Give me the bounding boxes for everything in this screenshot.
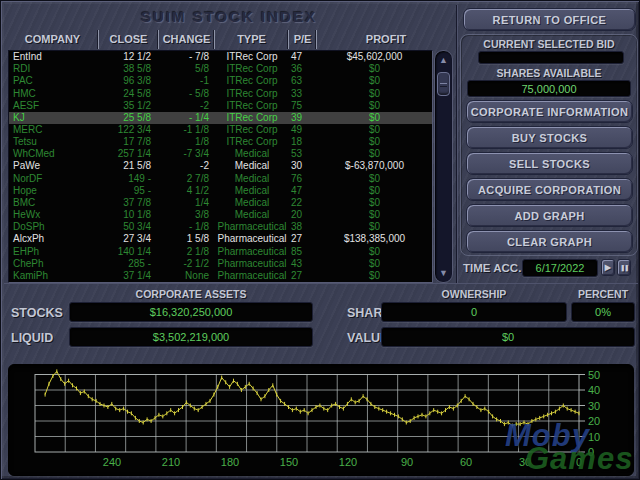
table-row[interactable]: RDI38 5/85/8ITRec Corp36$0: [9, 63, 432, 75]
column-header-company[interactable]: COMPANY: [7, 30, 98, 49]
cell-company: Hope: [9, 185, 99, 197]
cell-type: Medical: [215, 197, 289, 209]
current-selected-bid-field[interactable]: [478, 51, 624, 64]
cell-pe: 49: [289, 124, 317, 136]
percent-header: PERCENT: [571, 288, 635, 300]
return-to-office-button[interactable]: RETURN TO OFFICE: [463, 8, 636, 31]
y-axis-label: 50: [588, 369, 600, 381]
cell-close: 285 -: [99, 258, 159, 270]
cell-pe: 76: [289, 173, 317, 185]
table-row[interactable]: EntInd12 1/2- 7/8ITRec Corp47$45,602,000: [9, 51, 432, 63]
table-row[interactable]: EHPh140 1/42 1/8Pharmaceutical85$0: [9, 246, 432, 258]
cell-type: ITRec Corp: [215, 88, 289, 100]
cell-pe: 18: [289, 136, 317, 148]
buy-stocks-button[interactable]: BUY STOCKS: [466, 126, 633, 149]
table-row[interactable]: NorDF149 -2 7/8Medical76$0: [9, 173, 432, 185]
column-header-change[interactable]: CHANGE: [158, 30, 214, 49]
cell-change: 1/8: [159, 136, 215, 148]
cell-close: 10 1/8: [99, 209, 159, 221]
cell-close: 21 5/8: [99, 160, 159, 172]
table-row[interactable]: Tetsu17 7/81/8ITRec Corp18$0: [9, 136, 432, 148]
cell-close: 37 1/4: [99, 270, 159, 282]
y-axis-label: 10: [588, 431, 600, 443]
shares-available-label: SHARES AVAILABLE: [461, 67, 637, 79]
cell-type: ITRec Corp: [215, 63, 289, 75]
column-header-close[interactable]: CLOSE: [98, 30, 158, 49]
table-row[interactable]: KamiPh37 1/4NonePharmaceutical27$0: [9, 270, 432, 282]
x-axis-label: 240: [103, 456, 121, 468]
table-row[interactable]: AlcxPh27 3/41 5/8Pharmaceutical27$138,38…: [9, 233, 432, 245]
cell-profit: $0: [317, 124, 432, 136]
time-acc-date-field[interactable]: 6/17/2022: [522, 259, 598, 277]
play-icon: ▶: [605, 263, 612, 272]
cell-change: 3/8: [159, 209, 215, 221]
cell-company: HMC: [9, 88, 99, 100]
table-row[interactable]: WhCMed257 1/4-7 3/4Medical53$0: [9, 148, 432, 160]
cell-company: HeWx: [9, 209, 99, 221]
cell-profit: $0: [317, 136, 432, 148]
stock-table-header: COMPANY CLOSE CHANGE TYPE P/E PROFIT: [7, 30, 455, 49]
cell-company: KJ: [9, 112, 99, 124]
cell-close: 35 1/2: [99, 100, 159, 112]
cell-type: Pharmaceutical: [215, 258, 289, 270]
cell-change: 2 7/8: [159, 173, 215, 185]
scrollbar-thumb[interactable]: [437, 72, 450, 96]
cell-pe: 75: [289, 100, 317, 112]
cell-company: Tetsu: [9, 136, 99, 148]
table-row[interactable]: HMC24 5/8- 5/8ITRec Corp33$0: [9, 87, 432, 99]
time-acc-label: TIME ACC.: [463, 262, 521, 274]
acquire-corporation-button[interactable]: ACQUIRE CORPORATION: [466, 178, 633, 201]
table-scrollbar[interactable]: ▲ ▼: [434, 50, 453, 283]
table-row[interactable]: PAC96 3/8-1ITRec Corp63$0: [9, 75, 432, 87]
cell-profit: $0: [317, 221, 432, 233]
cell-type: Medical: [215, 160, 289, 172]
cell-company: AlcxPh: [9, 233, 99, 245]
scroll-up-icon[interactable]: ▲: [436, 52, 451, 68]
time-play-button[interactable]: ▶: [601, 259, 615, 276]
cell-change: 2 1/8: [159, 246, 215, 258]
cell-profit: $0: [317, 75, 432, 87]
cell-close: 149 -: [99, 173, 159, 185]
cell-profit: $0: [317, 197, 432, 209]
table-row[interactable]: AESF35 1/2-2ITRec Corp75$0: [9, 100, 432, 112]
cell-close: 122 3/4: [99, 124, 159, 136]
cell-type: ITRec Corp: [215, 75, 289, 87]
cell-profit: $0: [317, 63, 432, 75]
column-header-pe[interactable]: P/E: [288, 30, 316, 49]
vertical-divider: [456, 5, 458, 283]
y-axis-label: 30: [588, 400, 600, 412]
cell-profit: $0: [317, 270, 432, 282]
shares-available-value: 75,000,000: [467, 80, 631, 97]
sell-stocks-button[interactable]: SELL STOCKS: [466, 152, 633, 175]
table-row[interactable]: ChePh285 --2 1/2Pharmaceutical43$0: [9, 258, 432, 270]
cell-pe: 33: [289, 88, 317, 100]
table-row[interactable]: PaWe21 5/8-2Medical30$-63,870,000: [9, 160, 432, 172]
time-pause-button[interactable]: ❚❚: [617, 259, 631, 276]
cell-pe: 85: [289, 246, 317, 258]
table-row[interactable]: HeWx10 1/83/8Medical20$0: [9, 209, 432, 221]
cell-profit: $0: [317, 112, 432, 124]
cell-profit: $0: [317, 209, 432, 221]
table-row[interactable]: Hope95 -4 1/2Medical47$0: [9, 185, 432, 197]
table-row[interactable]: DoSPh50 3/4- 1/8Pharmaceutical38$0: [9, 221, 432, 233]
stocks-label: STOCKS: [11, 306, 63, 320]
chart-plot-area: 010203040502402101801501209060300: [9, 365, 633, 475]
table-row[interactable]: MERC122 3/4-1 1/8ITRec Corp49$0: [9, 124, 432, 136]
cell-close: 257 1/4: [99, 148, 159, 160]
clear-graph-button[interactable]: CLEAR GRAPH: [466, 230, 633, 253]
column-header-type[interactable]: TYPE: [214, 30, 288, 49]
column-header-profit[interactable]: PROFIT: [316, 30, 455, 49]
add-graph-button[interactable]: ADD GRAPH: [466, 204, 633, 227]
cell-change: None: [159, 270, 215, 282]
cell-change: -2 1/2: [159, 258, 215, 270]
table-row[interactable]: KJ25 5/8- 1/4ITRec Corp39$0: [9, 112, 432, 124]
cell-change: 1 5/8: [159, 233, 215, 245]
table-row[interactable]: BMC37 7/81/4Medical22$0: [9, 197, 432, 209]
x-axis-label: 180: [221, 456, 239, 468]
cell-type: Medical: [215, 173, 289, 185]
cell-company: PAC: [9, 75, 99, 87]
shares-value-field: 0: [381, 302, 567, 322]
scroll-down-icon[interactable]: ▼: [436, 265, 451, 281]
corporate-information-button[interactable]: CORPORATE INFORMATION: [466, 100, 633, 123]
cell-pe: 43: [289, 258, 317, 270]
